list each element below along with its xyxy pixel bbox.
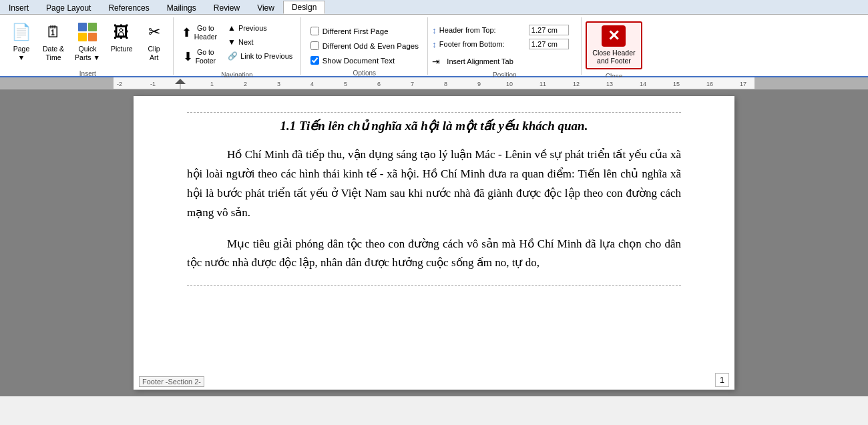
tab-bar: Insert Page Layout References Mailings R…	[0, 0, 868, 15]
quick-parts-label: Quick Parts ▼	[75, 45, 100, 61]
different-odd-even-option[interactable]: Different Odd & Even Pages	[308, 40, 421, 51]
group-insert: 📄 Page▼ 🗓 Date &Time	[3, 17, 174, 75]
quick-parts-icon	[77, 21, 98, 43]
previous-button[interactable]: ▲ Previous	[224, 21, 296, 35]
tab-view[interactable]: View	[248, 1, 283, 14]
tab-review[interactable]: Review	[205, 1, 248, 14]
go-to-header-icon: ⬆	[182, 25, 192, 40]
date-time-label: Date &Time	[43, 45, 64, 61]
show-document-text-option[interactable]: Show Document Text	[308, 55, 421, 66]
footer-from-bottom-label: Footer from Bottom:	[439, 40, 526, 48]
svg-text:8: 8	[444, 81, 447, 87]
different-first-page-label: Different First Page	[322, 27, 389, 35]
group-position-content: ↕ Header from Top: ↕ Footer from Bottom:…	[432, 19, 577, 68]
svg-text:11: 11	[539, 81, 546, 87]
tab-insert[interactable]: Insert	[0, 1, 37, 14]
svg-text:3: 3	[277, 81, 280, 87]
svg-rect-1	[88, 23, 97, 31]
next-button[interactable]: ▼ Next	[224, 35, 296, 49]
svg-text:2: 2	[244, 81, 247, 87]
group-insert-content: 📄 Page▼ 🗓 Date &Time	[7, 19, 169, 67]
svg-rect-4	[0, 77, 114, 89]
svg-text:15: 15	[673, 81, 680, 87]
nav-small-buttons: ▲ Previous ▼ Next 🔗 Link to Previous	[224, 19, 296, 63]
group-close: ✕ Close Headerand Footer Close	[582, 17, 646, 75]
svg-text:5: 5	[344, 81, 347, 87]
go-to-footer-label: Go toFooter	[196, 48, 216, 65]
svg-text:14: 14	[640, 81, 646, 87]
svg-rect-0	[78, 23, 87, 31]
svg-rect-3	[88, 33, 97, 41]
link-to-previous-label: Link to Previous	[240, 52, 292, 60]
svg-rect-2	[78, 33, 87, 41]
date-time-icon: 🗓	[43, 21, 64, 43]
clip-art-icon: ✂	[144, 21, 165, 43]
picture-button[interactable]: 🖼 Picture	[107, 19, 137, 67]
next-label: Next	[238, 38, 254, 46]
header-from-top-row: ↕ Header from Top:	[432, 24, 577, 36]
svg-text:-1: -1	[150, 81, 156, 87]
close-header-footer-button[interactable]: ✕ Close Headerand Footer	[586, 21, 642, 69]
insert-alignment-tab-button[interactable]: Insert Alignment Tab	[443, 55, 517, 67]
group-options-content: Different First Page Different Odd & Eve…	[305, 19, 423, 66]
svg-text:13: 13	[606, 81, 613, 87]
footer-from-bottom-row: ↕ Footer from Bottom:	[432, 38, 577, 50]
show-document-text-checkbox[interactable]	[310, 56, 319, 65]
page-label: Page▼	[13, 45, 30, 61]
ribbon-groups: 📄 Page▼ 🗓 Date &Time	[0, 16, 868, 76]
group-navigation: ⬆ Go toHeader ⬇ Go toFooter ▲ Previous	[174, 17, 302, 75]
document-paragraph-2: Mục tiêu giải phóng dân tộc theo con đườ…	[187, 235, 681, 274]
document-area: 1.1 Tiến lên chủ nghĩa xã hội là một tất…	[0, 89, 868, 396]
link-to-previous-button[interactable]: 🔗 Link to Previous	[224, 49, 296, 63]
footer-from-bottom-input[interactable]	[529, 39, 569, 49]
tab-page-layout[interactable]: Page Layout	[37, 1, 99, 14]
group-close-content: ✕ Close Headerand Footer	[586, 19, 642, 69]
group-insert-label: Insert	[7, 68, 169, 77]
ruler: // will be rendered by SVG itself -2 -1 …	[0, 77, 868, 89]
header-separator	[187, 112, 681, 113]
group-position: ↕ Header from Top: ↕ Footer from Bottom:…	[428, 17, 582, 75]
link-icon: 🔗	[228, 51, 238, 61]
header-from-top-icon: ↕	[432, 25, 437, 35]
insert-alignment-tab-row: ⇥ Insert Alignment Tab	[432, 55, 577, 68]
quick-parts-button[interactable]: Quick Parts ▼	[71, 19, 104, 67]
clip-art-label: ClipArt	[148, 45, 160, 61]
different-odd-even-checkbox[interactable]	[310, 41, 319, 50]
footer-from-bottom-icon: ↕	[432, 39, 437, 49]
page-number: 1	[715, 373, 729, 387]
close-x-icon: ✕	[602, 25, 626, 47]
clip-art-button[interactable]: ✂ ClipArt	[140, 19, 169, 67]
go-to-header-button[interactable]: ⬆ Go toHeader	[178, 21, 221, 44]
group-navigation-content: ⬆ Go toHeader ⬇ Go toFooter ▲ Previous	[178, 19, 297, 68]
document-page: 1.1 Tiến lên chủ nghĩa xã hội là một tất…	[134, 96, 734, 390]
ribbon: 📄 Page▼ 🗓 Date &Time	[0, 15, 868, 77]
page-button[interactable]: 📄 Page▼	[7, 19, 36, 67]
page-icon: 📄	[11, 21, 32, 43]
svg-rect-6	[114, 77, 754, 89]
svg-text:6: 6	[377, 81, 381, 87]
group-options-label: Options	[305, 67, 423, 77]
document-heading: 1.1 Tiến lên chủ nghĩa xã hội là một tất…	[187, 118, 681, 133]
previous-icon: ▲	[228, 23, 236, 33]
next-icon: ▼	[228, 37, 236, 47]
footer-section-label: Footer -Section 2-	[139, 376, 204, 387]
header-from-top-input[interactable]	[529, 25, 569, 35]
svg-text:12: 12	[573, 81, 580, 87]
svg-text:1: 1	[210, 81, 214, 87]
previous-label: Previous	[238, 24, 267, 32]
picture-icon: 🖼	[111, 21, 132, 43]
tab-mailings[interactable]: Mailings	[158, 1, 205, 14]
svg-rect-5	[754, 77, 868, 89]
tab-design[interactable]: Design	[283, 1, 325, 14]
go-to-footer-button[interactable]: ⬇ Go toFooter	[179, 45, 220, 68]
different-odd-even-label: Different Odd & Even Pages	[322, 42, 419, 50]
close-header-footer-label: Close Headerand Footer	[592, 49, 635, 65]
different-first-page-option[interactable]: Different First Page	[308, 25, 421, 37]
tab-references[interactable]: References	[99, 1, 158, 14]
date-time-button[interactable]: 🗓 Date &Time	[39, 19, 68, 67]
different-first-page-checkbox[interactable]	[310, 27, 319, 35]
svg-text:7: 7	[411, 81, 414, 87]
svg-text:-2: -2	[117, 81, 122, 87]
document-paragraph-1: Hồ Chí Minh đã tiếp thu, vận dụng sáng t…	[187, 145, 681, 223]
svg-text:17: 17	[740, 81, 746, 87]
